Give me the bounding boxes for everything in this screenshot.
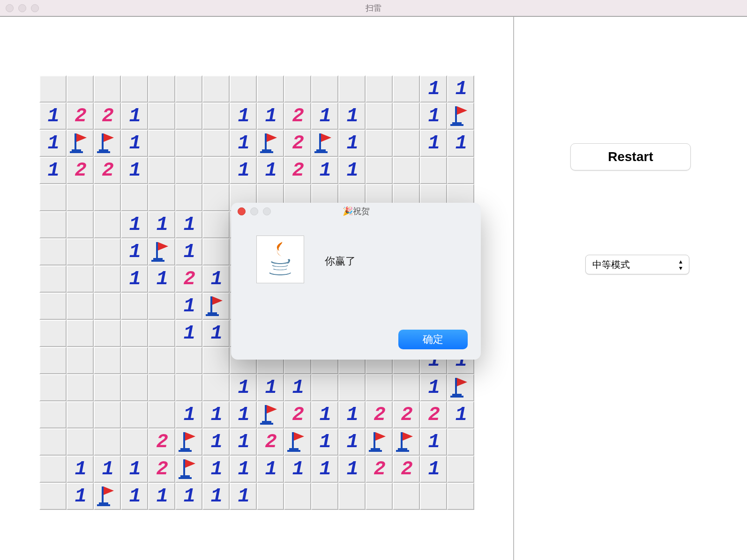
- cell-number[interactable]: 1: [311, 456, 338, 483]
- cell[interactable]: [175, 103, 202, 130]
- cell-number[interactable]: 1: [257, 456, 284, 483]
- cell[interactable]: [148, 347, 175, 374]
- cell[interactable]: [366, 483, 393, 510]
- cell[interactable]: [148, 293, 175, 320]
- cell[interactable]: [393, 103, 420, 130]
- cell[interactable]: [338, 483, 366, 510]
- cell[interactable]: [175, 130, 202, 157]
- cell[interactable]: [338, 75, 366, 103]
- cell[interactable]: [67, 293, 94, 320]
- cell-flag[interactable]: [447, 103, 474, 130]
- cell-number[interactable]: 1: [121, 103, 148, 130]
- cell[interactable]: [121, 401, 148, 428]
- cell[interactable]: [202, 374, 230, 401]
- cell[interactable]: [366, 75, 393, 103]
- cell[interactable]: [148, 157, 175, 184]
- cell[interactable]: [121, 347, 148, 374]
- cell[interactable]: [121, 428, 148, 456]
- cell[interactable]: [393, 130, 420, 157]
- cell[interactable]: [420, 483, 447, 510]
- restart-button[interactable]: Restart: [570, 143, 691, 170]
- cell-number[interactable]: 1: [148, 483, 175, 510]
- cell-number[interactable]: 1: [230, 103, 257, 130]
- cell[interactable]: [39, 184, 67, 211]
- cell[interactable]: [175, 157, 202, 184]
- cell-number[interactable]: 2: [284, 401, 311, 428]
- cell-number[interactable]: 1: [230, 428, 257, 456]
- cell-number[interactable]: 1: [230, 157, 257, 184]
- cell[interactable]: [39, 483, 67, 510]
- cell-number[interactable]: 2: [393, 456, 420, 483]
- cell-number[interactable]: 2: [148, 456, 175, 483]
- cell[interactable]: [39, 456, 67, 483]
- cell-number[interactable]: 1: [67, 483, 94, 510]
- cell[interactable]: [94, 428, 121, 456]
- cell[interactable]: [94, 374, 121, 401]
- cell-number[interactable]: 1: [67, 456, 94, 483]
- cell[interactable]: [393, 374, 420, 401]
- cell-number[interactable]: 1: [175, 320, 202, 347]
- cell[interactable]: [311, 75, 338, 103]
- cell-number[interactable]: 1: [175, 211, 202, 238]
- cell[interactable]: [67, 238, 94, 265]
- cell-number[interactable]: 1: [420, 374, 447, 401]
- cell[interactable]: [39, 265, 67, 293]
- cell-number[interactable]: 1: [230, 456, 257, 483]
- cell-number[interactable]: 1: [94, 456, 121, 483]
- cell[interactable]: [148, 374, 175, 401]
- cell[interactable]: [202, 184, 230, 211]
- cell[interactable]: [175, 347, 202, 374]
- cell-number[interactable]: 2: [284, 157, 311, 184]
- cell-number[interactable]: 1: [257, 103, 284, 130]
- cell-number[interactable]: 1: [420, 75, 447, 103]
- cell[interactable]: [284, 483, 311, 510]
- cell[interactable]: [202, 103, 230, 130]
- cell[interactable]: [148, 320, 175, 347]
- ok-button[interactable]: 确定: [398, 330, 468, 349]
- cell-flag[interactable]: [257, 401, 284, 428]
- cell-number[interactable]: 2: [284, 130, 311, 157]
- cell[interactable]: [94, 211, 121, 238]
- cell[interactable]: [94, 347, 121, 374]
- cell[interactable]: [39, 320, 67, 347]
- cell-flag[interactable]: [175, 428, 202, 456]
- cell[interactable]: [67, 265, 94, 293]
- cell[interactable]: [39, 75, 67, 103]
- cell-number[interactable]: 1: [284, 374, 311, 401]
- cell[interactable]: [366, 374, 393, 401]
- cell-number[interactable]: 2: [393, 401, 420, 428]
- cell-number[interactable]: 1: [202, 265, 230, 293]
- cell[interactable]: [257, 483, 284, 510]
- cell[interactable]: [257, 75, 284, 103]
- cell[interactable]: [67, 428, 94, 456]
- cell-number[interactable]: 2: [94, 103, 121, 130]
- cell-number[interactable]: 1: [230, 130, 257, 157]
- cell[interactable]: [338, 374, 366, 401]
- cell-number[interactable]: 1: [338, 428, 366, 456]
- cell-number[interactable]: 1: [39, 130, 67, 157]
- cell-number[interactable]: 1: [338, 456, 366, 483]
- cell[interactable]: [175, 75, 202, 103]
- cell[interactable]: [202, 211, 230, 238]
- cell-number[interactable]: 1: [447, 75, 474, 103]
- cell[interactable]: [393, 483, 420, 510]
- cell[interactable]: [67, 184, 94, 211]
- cell[interactable]: [94, 184, 121, 211]
- cell[interactable]: [420, 157, 447, 184]
- cell[interactable]: [202, 75, 230, 103]
- cell-number[interactable]: 1: [148, 265, 175, 293]
- cell-number[interactable]: 1: [202, 401, 230, 428]
- cell[interactable]: [39, 428, 67, 456]
- cell[interactable]: [39, 211, 67, 238]
- cell[interactable]: [67, 211, 94, 238]
- difficulty-select[interactable]: 中等模式 ▴▾: [585, 255, 689, 274]
- cell[interactable]: [393, 157, 420, 184]
- cell[interactable]: [94, 293, 121, 320]
- cell-number[interactable]: 1: [202, 483, 230, 510]
- cell[interactable]: [447, 456, 474, 483]
- cell[interactable]: [148, 103, 175, 130]
- cell-flag[interactable]: [447, 374, 474, 401]
- cell-number[interactable]: 2: [94, 157, 121, 184]
- cell-number[interactable]: 2: [67, 157, 94, 184]
- cell-number[interactable]: 1: [420, 456, 447, 483]
